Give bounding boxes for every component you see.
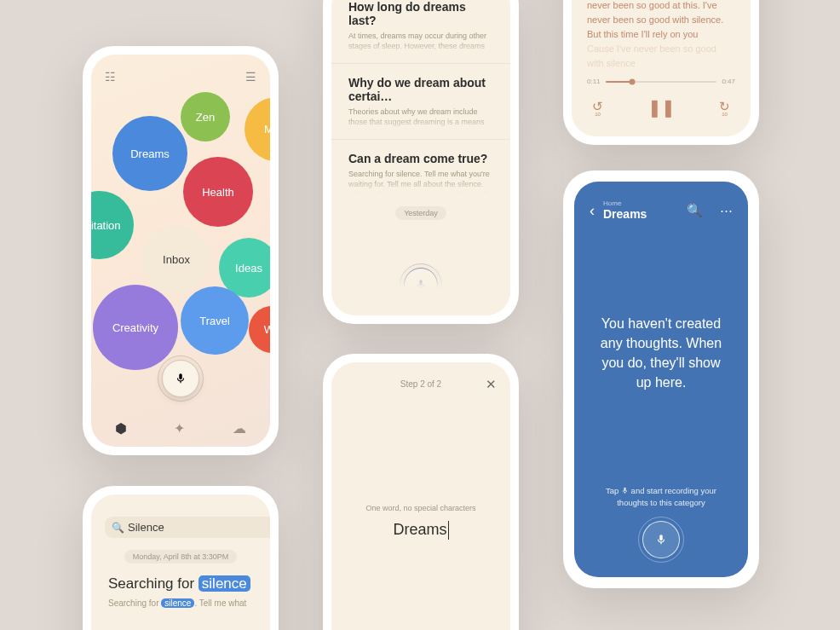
tab-home[interactable]: ⬢ — [115, 420, 127, 436]
player-controls: ↺10 ❚❚ ↻10 — [587, 97, 735, 121]
forward-button[interactable]: ↻10 — [719, 99, 730, 117]
bubble-zen[interactable]: Zen — [181, 92, 230, 142]
list-item[interactable]: Why do we dream about certai… Theories a… — [331, 63, 510, 139]
tab-profile[interactable]: ☁ — [233, 420, 246, 436]
mic-icon — [655, 534, 667, 546]
more-icon[interactable]: ⋯ — [720, 203, 733, 218]
category-header: ‹ Home Dreams 🔍 ⋯ — [590, 200, 733, 221]
progress-bar[interactable]: 0:11 0:47 — [587, 78, 735, 85]
close-icon[interactable]: ✕ — [486, 377, 497, 392]
phone-category-empty: ‹ Home Dreams 🔍 ⋯ You haven't created an… — [563, 171, 759, 588]
mic-icon — [175, 373, 187, 384]
list-item[interactable]: Can a dream come true? Searching for sil… — [331, 139, 510, 201]
step-header: Step 2 of 2 ✕ — [331, 362, 510, 396]
step-body: One word, no special characters Dreams — [331, 396, 510, 630]
track[interactable] — [606, 81, 717, 83]
time-total: 0:47 — [722, 78, 735, 85]
input-hint: One word, no special characters — [365, 504, 475, 512]
empty-hint: Tap and start recording your thoughts to… — [590, 485, 733, 510]
empty-message: You haven't created any thoughts. When y… — [590, 221, 733, 484]
date-chip: Monday, April 8th at 3:30PM — [124, 550, 237, 564]
screen: ☷ ☰ Mem Zen Dreams Health editation Inbo… — [91, 55, 270, 447]
search-input[interactable] — [124, 521, 270, 534]
item-body: Searching for silence. Tell me what you'… — [348, 169, 493, 193]
search-icon[interactable]: 🔍 — [687, 203, 703, 218]
phone-list: How long do dreams last? At times, dream… — [323, 0, 519, 324]
bubble-creativity[interactable]: Creativity — [93, 285, 178, 370]
highlight: silence — [198, 575, 250, 592]
mic-icon — [621, 487, 629, 494]
tab-explore[interactable]: ✦ — [174, 420, 185, 436]
screen: where everything is quiet. Please, lead … — [572, 0, 751, 136]
screen: ‹ Home Dreams 🔍 ⋯ You haven't created an… — [574, 182, 748, 577]
item-body: At times, dreams may occur during other … — [348, 31, 493, 55]
bubble-memories[interactable]: Mem — [245, 97, 270, 161]
list-item[interactable]: How long do dreams last? At times, dream… — [331, 0, 510, 63]
bubble-travel[interactable]: Travel — [181, 286, 249, 355]
screen: Step 2 of 2 ✕ One word, no special chara… — [331, 362, 510, 630]
bubble-inbox[interactable]: Inbox — [142, 225, 210, 293]
caret — [448, 521, 449, 540]
menu-icon[interactable]: ☷ — [105, 70, 116, 84]
record-button[interactable] — [642, 521, 680, 558]
track-fill — [606, 81, 632, 83]
transcript: where everything is quiet. Please, lead … — [587, 0, 735, 71]
page-title: Dreams — [603, 208, 647, 221]
step-label: Step 2 of 2 — [400, 379, 441, 389]
search-row: 🔍 ✕ Cancel — [105, 517, 256, 538]
top-bar: ☷ ☰ — [105, 70, 256, 84]
phone-create: Step 2 of 2 ✕ One word, no special chara… — [323, 354, 519, 630]
stack-icon[interactable]: ☰ — [245, 70, 256, 84]
track-knob[interactable] — [629, 78, 635, 84]
pause-button[interactable]: ❚❚ — [647, 97, 675, 118]
record-button[interactable] — [404, 268, 438, 302]
record-button[interactable] — [162, 360, 199, 397]
highlight: silence — [161, 598, 194, 608]
item-body: Theories about why we dream include thos… — [348, 107, 493, 130]
item-title: How long do dreams last? — [348, 0, 493, 27]
bubble-meditation[interactable]: editation — [91, 191, 134, 259]
screen: 🔍 ✕ Cancel Monday, April 8th at 3:30PM S… — [91, 494, 270, 630]
back-icon[interactable]: ‹ — [590, 202, 595, 220]
rewind-button[interactable]: ↺10 — [592, 99, 603, 117]
bubble-we[interactable]: We — [249, 306, 270, 353]
time-current: 0:11 — [587, 78, 601, 85]
breadcrumb[interactable]: Home Dreams — [603, 200, 647, 221]
bubble-dreams[interactable]: Dreams — [112, 116, 187, 191]
phone-player: where everything is quiet. Please, lead … — [563, 0, 759, 145]
item-title: Why do we dream about certai… — [348, 76, 493, 103]
tab-bar: ⬢ ✦ ☁ — [91, 420, 270, 436]
mic-icon — [415, 279, 427, 291]
category-input[interactable]: Dreams — [393, 521, 448, 540]
screen: How long do dreams last? At times, dream… — [331, 0, 510, 315]
search-icon: 🔍 — [112, 522, 124, 534]
bubble-health[interactable]: Health — [183, 157, 253, 227]
phone-search: 🔍 ✕ Cancel Monday, April 8th at 3:30PM S… — [83, 486, 279, 630]
day-chip: Yesterday — [395, 206, 446, 220]
search-box[interactable]: 🔍 ✕ — [105, 517, 270, 538]
phone-bubbles: ☷ ☰ Mem Zen Dreams Health editation Inbo… — [83, 46, 279, 455]
result-body: Searching for silence. Tell me what — [108, 598, 253, 610]
item-title: Can a dream come true? — [348, 152, 493, 165]
result-title[interactable]: Searching for silence — [108, 575, 253, 592]
